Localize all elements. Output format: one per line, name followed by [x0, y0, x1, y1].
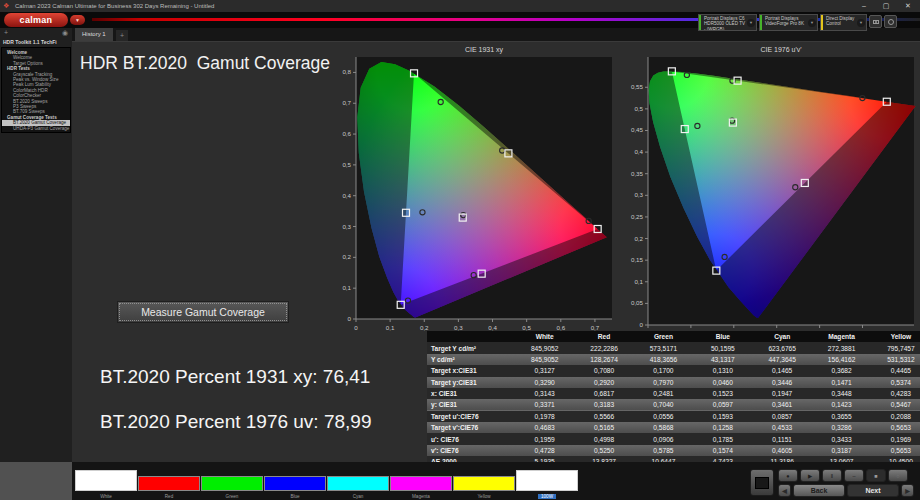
table-cell: 0,5165: [574, 422, 633, 433]
table-cell: 0,2481: [634, 388, 693, 399]
pattern-swatch-yellow[interactable]: Yellow: [453, 470, 515, 500]
swatch-color[interactable]: [138, 476, 200, 491]
table-row: x: CIE310,31430,68170,24810,15230,19470,…: [427, 388, 920, 399]
swatch-color[interactable]: [453, 476, 515, 491]
cie-1931-chart: 00,10,20,30,40,50,60,700,10,20,30,40,50,…: [340, 43, 616, 335]
table-cell: 0,4728: [515, 445, 574, 456]
meter-select-button[interactable]: Portrait Displays C6 HDR5000 OLED TV - (…: [698, 14, 757, 31]
table-cell: 0,7040: [634, 399, 693, 410]
bottom-bar: WhiteRedGreenBlueCyanMagentaYellow100W ●…: [0, 462, 920, 500]
table-cell: 0,5868: [634, 422, 693, 433]
maximize-button[interactable]: ▢: [876, 0, 896, 12]
sidebar-add-icon[interactable]: +: [4, 29, 8, 36]
pattern-swatch-white[interactable]: White: [75, 470, 137, 500]
table-cell: 0,5467: [871, 399, 920, 410]
pattern-swatch-red[interactable]: Red: [138, 470, 200, 500]
sidebar-item-uhda-p3-gamut-coverage[interactable]: UHDA-P3 Gamut Coverage: [2, 126, 70, 131]
svg-text:0,05: 0,05: [631, 299, 644, 306]
svg-text:0,4: 0,4: [488, 324, 497, 331]
back-arrow-button[interactable]: ◀: [778, 484, 791, 497]
svg-text:0,4: 0,4: [634, 148, 643, 155]
row-label: Target u':CIE76: [427, 411, 515, 422]
table-cell: 0,3286: [812, 422, 871, 433]
pause-button[interactable]: ‖: [822, 469, 842, 482]
table-cell: 0,4283: [871, 388, 920, 399]
tab-history-1[interactable]: History 1: [75, 28, 113, 41]
table-cell: 0,4683: [515, 422, 574, 433]
table-cell: 0,5250: [574, 445, 633, 456]
stop-button[interactable]: ■: [866, 469, 886, 482]
dash-button[interactable]: –: [844, 469, 864, 482]
close-button[interactable]: ✕: [898, 0, 918, 12]
display-control-select-button[interactable]: Direct Display Control▼: [820, 14, 867, 31]
column-header: White: [515, 331, 574, 342]
table-cell: 0,1465: [753, 365, 812, 376]
table-cell: 0,3448: [812, 388, 871, 399]
table-cell: 0,1947: [753, 388, 812, 399]
pattern-swatch-blue[interactable]: Blue: [264, 470, 326, 500]
table-cell: 0,4465: [871, 365, 920, 376]
back-button[interactable]: Back: [793, 484, 845, 497]
table-cell: 0,3461: [753, 399, 812, 410]
pattern-swatch-magenta[interactable]: Magenta: [390, 470, 452, 500]
calman-logo-button[interactable]: calman: [4, 13, 68, 27]
loop-button[interactable]: ○: [888, 469, 908, 482]
source-select-button[interactable]: Portrait Displays VideoForge Pro 8K▼: [759, 14, 818, 31]
table-cell: 0,7970: [634, 377, 693, 388]
svg-text:0,5: 0,5: [342, 161, 351, 168]
results-table: WhiteRedGreenBlueCyanMagentaYellow100WTa…: [427, 331, 920, 479]
table-cell: 0,0597: [693, 399, 752, 410]
workflow-tree: WelcomeWelcomeTarget OptionsHDR TestsGra…: [1, 47, 71, 133]
svg-text:0: 0: [354, 324, 358, 331]
chevron-down-icon: ▼: [747, 19, 755, 27]
table-cell: 0,3682: [812, 365, 871, 376]
pattern-swatch-green[interactable]: Green: [201, 470, 263, 500]
pattern-window-button[interactable]: [750, 469, 774, 496]
swatch-color[interactable]: [75, 470, 137, 491]
pattern-preview-block: [0, 462, 72, 500]
table-cell: 0,1593: [693, 411, 752, 422]
percent-1976-readout: BT.2020 Percent 1976 uv: 78,99: [100, 411, 371, 433]
swatch-color[interactable]: [516, 470, 578, 491]
record-button[interactable]: ●: [778, 469, 798, 482]
snapshot-button[interactable]: [869, 15, 882, 28]
session-button[interactable]: [884, 15, 897, 28]
table-cell: 0,0556: [634, 411, 693, 422]
row-label: Target x:CIE31: [427, 365, 515, 376]
swatch-color[interactable]: [327, 476, 389, 491]
sidebar-item-bt-2020-gamut-coverage[interactable]: BT.2020 Gamut Coverage: [2, 120, 70, 125]
minimize-button[interactable]: –: [854, 0, 874, 12]
logo-dropdown-button[interactable]: ▼: [70, 15, 85, 25]
pattern-swatch-cyan[interactable]: Cyan: [327, 470, 389, 500]
status-stripe: [821, 15, 823, 30]
swatch-color[interactable]: [264, 476, 326, 491]
table-cell: 0,3187: [812, 445, 871, 456]
table-cell: 795,7457: [871, 342, 920, 353]
swatch-label: Red: [138, 494, 200, 499]
table-cell: 0,3655: [812, 411, 871, 422]
table-cell: 447,3645: [753, 354, 812, 365]
sidebar-pin-icon[interactable]: ◉: [62, 29, 68, 37]
table-cell: 0,5566: [574, 411, 633, 422]
swatch-color[interactable]: [390, 476, 452, 491]
cie-1976-chart: 00,10,20,30,40,500,050,10,150,20,250,30,…: [620, 43, 918, 343]
pattern-swatch-100w[interactable]: 100W: [516, 470, 578, 500]
table-cell: 0,7080: [574, 365, 633, 376]
svg-text:0,4: 0,4: [342, 192, 351, 199]
table-row: Target u':CIE760,19780,55660,05560,15930…: [427, 411, 920, 422]
add-tab-button[interactable]: +: [116, 30, 128, 41]
measure-gamut-coverage-button[interactable]: Measure Gamut Coverage: [117, 301, 289, 323]
next-arrow-button[interactable]: ▶: [901, 484, 914, 497]
next-button[interactable]: Next: [847, 484, 899, 497]
svg-text:0,1: 0,1: [634, 278, 643, 285]
table-cell: 0,1959: [515, 433, 574, 444]
play-button[interactable]: ▶: [800, 469, 820, 482]
svg-text:0,55: 0,55: [631, 83, 644, 90]
svg-text:0,8: 0,8: [342, 68, 351, 75]
svg-text:0,3: 0,3: [342, 223, 351, 230]
table-cell: 0,6817: [574, 388, 633, 399]
swatch-color[interactable]: [201, 476, 263, 491]
row-label: Target v':CIE76: [427, 422, 515, 433]
table-row: Y cd/m²845,9052128,2674418,365643,131744…: [427, 354, 920, 365]
table-cell: 0,1258: [693, 422, 752, 433]
